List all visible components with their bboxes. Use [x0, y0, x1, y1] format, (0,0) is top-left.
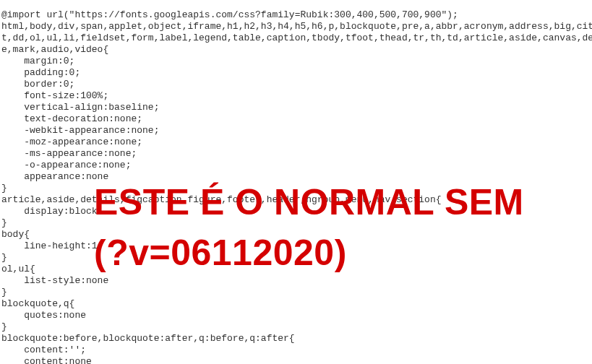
- code-line: blockquote,q{: [1, 298, 74, 309]
- code-line: t,dd,ol,ul,li,fieldset,form,label,legend…: [1, 32, 592, 43]
- code-line: content:none: [1, 356, 92, 364]
- code-line: content:'';: [1, 344, 86, 355]
- code-line: }: [1, 183, 7, 194]
- code-line: margin:0;: [1, 56, 74, 66]
- code-line: list-style:none: [1, 275, 108, 286]
- code-line: -moz-appearance:none;: [1, 136, 142, 147]
- code-line: html,body,div,span,applet,object,iframe,…: [1, 21, 592, 32]
- code-line: -o-appearance:none;: [1, 160, 131, 170]
- code-line: ol,ul{: [1, 264, 35, 274]
- code-line: display:block: [1, 206, 98, 217]
- code-line: -ms-appearance:none;: [1, 148, 137, 159]
- code-line: quotes:none: [1, 310, 86, 321]
- code-line: border:0;: [1, 79, 74, 90]
- code-line: }: [1, 252, 7, 263]
- code-line: }: [1, 217, 7, 228]
- code-line: font-size:100%;: [1, 90, 108, 101]
- code-line: blockquote:before,blockquote:after,q:bef…: [1, 333, 295, 344]
- code-line: e,mark,audio,video{: [1, 44, 108, 55]
- code-line: @import url("https://fonts.googleapis.co…: [1, 9, 458, 20]
- code-line: text-decoration:none;: [1, 113, 142, 124]
- code-line: line-height:1: [1, 240, 98, 251]
- code-line: padding:0;: [1, 67, 80, 78]
- overlay-line-2: (?v=06112020): [94, 233, 347, 273]
- code-line: vertical-align:baseline;: [1, 102, 159, 113]
- code-line: appearance:none: [1, 171, 108, 182]
- code-line: }: [1, 321, 7, 332]
- code-line: body{: [1, 229, 30, 240]
- code-line: }: [1, 287, 7, 298]
- overlay-line-1: ESTE É O NORMAL SEM: [94, 182, 524, 222]
- annotation-overlay: ESTE É O NORMAL SEM (?v=06112020): [94, 177, 524, 278]
- code-line: -webkit-appearance:none;: [1, 125, 159, 136]
